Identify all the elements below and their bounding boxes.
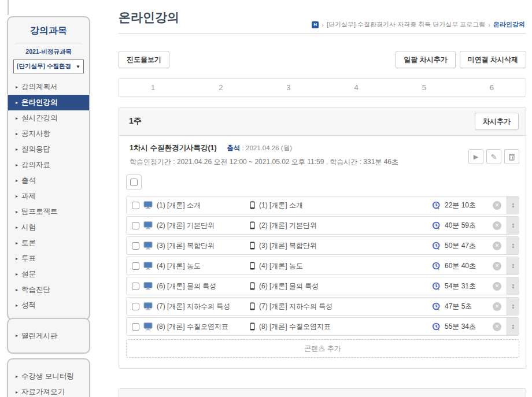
remove-content-button[interactable]: ✕ (493, 282, 501, 291)
pc-content-title[interactable]: (8) [개론] 수질오염지표 (157, 322, 228, 332)
sidebar-item-learning-diagnosis[interactable]: ▸학습진단 (8, 282, 89, 298)
sidebar-item-discussion[interactable]: ▸토론 (8, 235, 89, 251)
week-tab-1[interactable]: 1 (119, 83, 187, 92)
pc-content-title[interactable]: (2) [개론] 기본단위 (157, 221, 215, 231)
drag-handle[interactable]: ↕ (507, 298, 519, 315)
row-checkbox[interactable] (132, 242, 139, 250)
select-all-checkbox[interactable] (126, 175, 142, 190)
drag-handle[interactable]: ↕ (507, 257, 519, 274)
clock-icon (432, 201, 441, 210)
mobile-content-title[interactable]: (1) [개론] 소개 (259, 201, 303, 210)
sidebar-item-vote[interactable]: ▸투표 (8, 251, 89, 266)
bullet-icon: ▸ (16, 116, 18, 121)
sidebar-item-syllabus[interactable]: ▸강의계획서 (8, 79, 89, 95)
clock-icon (432, 262, 441, 270)
sidebar-item-survey[interactable]: ▸설문 (8, 266, 89, 282)
breadcrumb-separator: › (488, 21, 490, 28)
drag-handle[interactable]: ↕ (507, 277, 519, 295)
pc-content-title[interactable]: (6) [개론] 물의 특성 (157, 281, 216, 291)
term-label: 2021-비정규과목 (8, 48, 89, 56)
sidebar-admin-box: ▸수강생 모니터링 ▸자료가져오기 (7, 358, 90, 397)
mobile-content-title[interactable]: (8) [개론] 수질오염지표 (259, 322, 331, 332)
pc-icon (143, 322, 153, 331)
content-row-2: (2) [개론] 기본단위 (2) [개론] 기본단위 40분 59초 ✕ ↕ (126, 216, 519, 235)
add-content-button[interactable]: 콘텐츠 추가 (126, 339, 519, 358)
progress-view-button[interactable]: 진도율보기 (119, 51, 169, 68)
row-checkbox[interactable] (132, 262, 139, 270)
toolbar-right-group: 일괄 차시추가 미연결 차시삭제 (396, 51, 526, 68)
mobile-content-title[interactable]: (7) [개론] 지하수의 특성 (259, 302, 332, 311)
row-checkbox[interactable] (132, 222, 139, 229)
attendance-label: 출석 (227, 144, 240, 151)
duration-label: 22분 10초 (445, 201, 476, 210)
sidebar-item-notice[interactable]: ▸공지사항 (8, 126, 89, 142)
pc-content-title[interactable]: (3) [개론] 복합단위 (157, 241, 215, 251)
course-select-value: [단기실무] 수질환경 (17, 62, 71, 71)
content-row-1: (1) [개론] 소개 (1) [개론] 소개 22분 10초 ✕ ↕ (126, 196, 519, 214)
mobile-icon (250, 262, 255, 270)
sidebar-item-import-data[interactable]: ▸자료가져오기 (8, 384, 89, 397)
home-icon[interactable]: H (312, 21, 319, 28)
week-tab-2[interactable]: 2 (187, 83, 254, 92)
edit-button[interactable]: ✎ (486, 149, 501, 164)
drag-handle[interactable]: ↕ (507, 237, 519, 254)
mobile-content-title[interactable]: (3) [개론] 복합단위 (259, 241, 317, 251)
remove-content-button[interactable]: ✕ (493, 201, 501, 210)
sidebar-item-attendance[interactable]: ▸출석 (8, 173, 89, 188)
sidebar-item-student-monitoring[interactable]: ▸수강생 모니터링 (8, 369, 89, 384)
sidebar-item-materials[interactable]: ▸강의자료 (8, 157, 89, 173)
clock-icon (432, 221, 441, 230)
mobile-content-title[interactable]: (4) [개론] 농도 (259, 261, 303, 271)
remove-content-button[interactable]: ✕ (493, 322, 501, 331)
drag-handle[interactable]: ↕ (507, 318, 519, 335)
sidebar-item-qna[interactable]: ▸질의응답 (8, 142, 89, 157)
drag-handle[interactable]: ↕ (507, 217, 519, 234)
sidebar-item-team-project[interactable]: ▸팀프로젝트 (8, 204, 89, 220)
drag-handle[interactable]: ↕ (507, 196, 519, 214)
duration-label: 50분 47초 (445, 241, 476, 251)
play-button[interactable]: ▶ (468, 149, 483, 164)
pc-content-title[interactable]: (1) [개론] 소개 (157, 201, 201, 210)
sidebar-item-exam[interactable]: ▸시험 (8, 220, 89, 235)
bullet-icon: ▸ (16, 85, 18, 90)
sidebar-item-assignment[interactable]: ▸과제 (8, 188, 89, 204)
clock-icon (432, 242, 441, 250)
remove-content-button[interactable]: ✕ (493, 221, 501, 230)
attendance-date: : 2021.04.26 (월) (242, 144, 292, 151)
bullet-icon: ▸ (16, 288, 18, 292)
week-tab-3[interactable]: 3 (254, 83, 322, 92)
sidebar-item-open-board[interactable]: ▸열린게시판 (8, 328, 89, 344)
row-checkbox[interactable] (132, 283, 139, 290)
delete-unlinked-session-button[interactable]: 미연결 차시삭제 (460, 51, 526, 68)
close-icon: ✕ (495, 283, 500, 289)
row-checkbox[interactable] (132, 303, 139, 310)
next-week-card-header (119, 388, 526, 397)
week-tab-6[interactable]: 6 (458, 83, 526, 92)
breadcrumb-program[interactable]: [단기실무] 수질환경기사 자격증 취득 단기실무 프로그램 (327, 20, 485, 29)
remove-content-button[interactable]: ✕ (493, 262, 501, 270)
bulk-add-session-button[interactable]: 일괄 차시추가 (396, 51, 455, 68)
pc-content-title[interactable]: (4) [개론] 농도 (157, 261, 201, 271)
delete-button[interactable] (504, 149, 519, 164)
row-checkbox[interactable] (132, 323, 139, 331)
week-tab-5[interactable]: 5 (390, 83, 458, 92)
divider (15, 43, 82, 43)
sidebar-item-grades[interactable]: ▸성적 (8, 298, 89, 313)
remove-content-button[interactable]: ✕ (493, 242, 501, 250)
sidebar-course-menu: 강의과목 2021-비정규과목 [단기실무] 수질환경 ▼ ▸강의계획서 ▸온라… (7, 16, 90, 320)
course-select[interactable]: [단기실무] 수질환경 ▼ (13, 60, 84, 73)
add-session-button[interactable]: 차시추가 (475, 113, 519, 130)
mobile-content-title[interactable]: (6) [개론] 물의 특성 (259, 281, 319, 291)
week-tab-4[interactable]: 4 (322, 83, 390, 92)
sidebar-item-online-lecture[interactable]: ▸온라인강의 (8, 95, 89, 110)
week-title: 1주 (129, 116, 142, 127)
content-row-4: (4) [개론] 농도 (4) [개론] 농도 60분 40초 ✕ ↕ (126, 257, 519, 275)
remove-content-button[interactable]: ✕ (493, 302, 501, 311)
row-checkbox[interactable] (132, 202, 139, 209)
pc-content-title[interactable]: (7) [개론] 지하수의 특성 (157, 302, 230, 311)
breadcrumb-current: 온라인강의 (493, 20, 525, 29)
sidebar-item-live-lecture[interactable]: ▸실시간강의 (8, 110, 89, 126)
sidebar-board-box: ▸열린게시판 (7, 318, 90, 354)
mobile-content-title[interactable]: (2) [개론] 기본단위 (259, 221, 317, 231)
bullet-icon: ▸ (16, 257, 18, 261)
